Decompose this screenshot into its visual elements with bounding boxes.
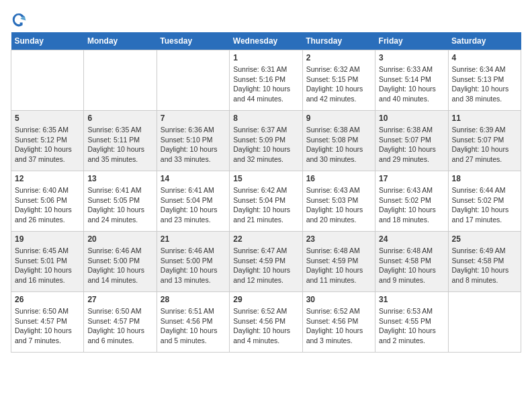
day-cell — [448, 292, 521, 353]
header-cell-wednesday: Wednesday — [230, 32, 302, 50]
day-info: Sunrise: 6:50 AM Sunset: 4:57 PM Dayligh… — [87, 306, 152, 346]
day-number: 1 — [233, 53, 298, 62]
day-number: 12 — [15, 174, 80, 183]
day-cell: 25Sunrise: 6:49 AM Sunset: 4:58 PM Dayli… — [448, 232, 521, 292]
header-row: SundayMondayTuesdayWednesdayThursdayFrid… — [11, 32, 521, 50]
logo-icon — [11, 11, 27, 27]
day-info: Sunrise: 6:46 AM Sunset: 5:00 PM Dayligh… — [87, 246, 152, 285]
calendar-body: 1Sunrise: 6:31 AM Sunset: 5:16 PM Daylig… — [11, 50, 521, 353]
week-row-2: 5Sunrise: 6:35 AM Sunset: 5:12 PM Daylig… — [11, 111, 521, 171]
day-info: Sunrise: 6:50 AM Sunset: 4:57 PM Dayligh… — [15, 306, 80, 346]
day-number: 16 — [306, 174, 371, 183]
header-cell-saturday: Saturday — [448, 32, 521, 50]
header-cell-friday: Friday — [375, 32, 448, 50]
day-info: Sunrise: 6:46 AM Sunset: 5:00 PM Dayligh… — [161, 246, 226, 285]
week-row-3: 12Sunrise: 6:40 AM Sunset: 5:06 PM Dayli… — [11, 171, 521, 232]
day-number: 19 — [15, 234, 80, 244]
day-cell: 29Sunrise: 6:52 AM Sunset: 4:56 PM Dayli… — [230, 292, 302, 353]
calendar-table: SundayMondayTuesdayWednesdayThursdayFrid… — [11, 32, 521, 353]
header-cell-thursday: Thursday — [302, 32, 375, 50]
day-info: Sunrise: 6:41 AM Sunset: 5:05 PM Dayligh… — [87, 185, 152, 225]
day-cell: 2Sunrise: 6:32 AM Sunset: 5:15 PM Daylig… — [302, 50, 375, 111]
day-info: Sunrise: 6:35 AM Sunset: 5:12 PM Dayligh… — [15, 125, 80, 165]
day-cell — [11, 50, 84, 111]
day-number: 31 — [379, 295, 444, 304]
day-number: 2 — [306, 53, 371, 62]
day-info: Sunrise: 6:42 AM Sunset: 5:04 PM Dayligh… — [233, 185, 298, 225]
day-info: Sunrise: 6:31 AM Sunset: 5:16 PM Dayligh… — [233, 64, 298, 104]
day-cell: 26Sunrise: 6:50 AM Sunset: 4:57 PM Dayli… — [11, 292, 84, 353]
day-info: Sunrise: 6:36 AM Sunset: 5:10 PM Dayligh… — [161, 125, 226, 165]
day-number: 4 — [452, 53, 517, 62]
day-info: Sunrise: 6:34 AM Sunset: 5:13 PM Dayligh… — [452, 64, 517, 104]
day-number: 26 — [15, 295, 80, 304]
day-cell: 3Sunrise: 6:33 AM Sunset: 5:14 PM Daylig… — [375, 50, 448, 111]
header-cell-tuesday: Tuesday — [157, 32, 229, 50]
day-cell: 9Sunrise: 6:38 AM Sunset: 5:08 PM Daylig… — [302, 111, 375, 171]
day-cell: 22Sunrise: 6:47 AM Sunset: 4:59 PM Dayli… — [230, 232, 302, 292]
day-cell: 17Sunrise: 6:43 AM Sunset: 5:02 PM Dayli… — [375, 171, 448, 232]
day-number: 17 — [379, 174, 444, 183]
day-number: 15 — [233, 174, 298, 183]
day-cell: 20Sunrise: 6:46 AM Sunset: 5:00 PM Dayli… — [84, 232, 157, 292]
calendar-header: SundayMondayTuesdayWednesdayThursdayFrid… — [11, 32, 521, 50]
day-cell: 30Sunrise: 6:52 AM Sunset: 4:56 PM Dayli… — [302, 292, 375, 353]
day-cell: 6Sunrise: 6:35 AM Sunset: 5:11 PM Daylig… — [84, 111, 157, 171]
day-cell: 16Sunrise: 6:43 AM Sunset: 5:03 PM Dayli… — [302, 171, 375, 232]
week-row-4: 19Sunrise: 6:45 AM Sunset: 5:01 PM Dayli… — [11, 232, 521, 292]
day-cell: 8Sunrise: 6:37 AM Sunset: 5:09 PM Daylig… — [230, 111, 302, 171]
day-number: 10 — [379, 113, 444, 123]
day-number: 29 — [233, 295, 298, 304]
day-number: 27 — [87, 295, 152, 304]
day-number: 21 — [161, 234, 226, 244]
day-cell: 7Sunrise: 6:36 AM Sunset: 5:10 PM Daylig… — [157, 111, 229, 171]
day-info: Sunrise: 6:53 AM Sunset: 4:55 PM Dayligh… — [379, 306, 444, 346]
day-cell: 10Sunrise: 6:38 AM Sunset: 5:07 PM Dayli… — [375, 111, 448, 171]
day-number: 5 — [15, 113, 80, 123]
day-info: Sunrise: 6:52 AM Sunset: 4:56 PM Dayligh… — [233, 306, 298, 346]
day-info: Sunrise: 6:38 AM Sunset: 5:07 PM Dayligh… — [379, 125, 444, 165]
header-cell-sunday: Sunday — [11, 32, 84, 50]
day-info: Sunrise: 6:40 AM Sunset: 5:06 PM Dayligh… — [15, 185, 80, 225]
day-cell: 1Sunrise: 6:31 AM Sunset: 5:16 PM Daylig… — [230, 50, 302, 111]
week-row-1: 1Sunrise: 6:31 AM Sunset: 5:16 PM Daylig… — [11, 50, 521, 111]
day-cell: 11Sunrise: 6:39 AM Sunset: 5:07 PM Dayli… — [448, 111, 521, 171]
header — [11, 11, 521, 27]
day-cell: 4Sunrise: 6:34 AM Sunset: 5:13 PM Daylig… — [448, 50, 521, 111]
day-cell: 21Sunrise: 6:46 AM Sunset: 5:00 PM Dayli… — [157, 232, 229, 292]
day-info: Sunrise: 6:47 AM Sunset: 4:59 PM Dayligh… — [233, 246, 298, 285]
day-number: 24 — [379, 234, 444, 244]
day-number: 30 — [306, 295, 371, 304]
day-info: Sunrise: 6:51 AM Sunset: 4:56 PM Dayligh… — [161, 306, 226, 346]
day-number: 20 — [87, 234, 152, 244]
day-number: 6 — [87, 113, 152, 123]
day-number: 13 — [87, 174, 152, 183]
day-info: Sunrise: 6:45 AM Sunset: 5:01 PM Dayligh… — [15, 246, 80, 285]
day-number: 14 — [161, 174, 226, 183]
day-info: Sunrise: 6:35 AM Sunset: 5:11 PM Dayligh… — [87, 125, 152, 165]
day-info: Sunrise: 6:37 AM Sunset: 5:09 PM Dayligh… — [233, 125, 298, 165]
day-cell: 27Sunrise: 6:50 AM Sunset: 4:57 PM Dayli… — [84, 292, 157, 353]
day-number: 25 — [452, 234, 517, 244]
day-cell: 28Sunrise: 6:51 AM Sunset: 4:56 PM Dayli… — [157, 292, 229, 353]
day-number: 9 — [306, 113, 371, 123]
day-info: Sunrise: 6:49 AM Sunset: 4:58 PM Dayligh… — [452, 246, 517, 285]
day-cell: 31Sunrise: 6:53 AM Sunset: 4:55 PM Dayli… — [375, 292, 448, 353]
day-cell: 19Sunrise: 6:45 AM Sunset: 5:01 PM Dayli… — [11, 232, 84, 292]
day-cell — [157, 50, 229, 111]
day-number: 3 — [379, 53, 444, 62]
header-cell-monday: Monday — [84, 32, 157, 50]
day-number: 8 — [233, 113, 298, 123]
day-cell: 18Sunrise: 6:44 AM Sunset: 5:02 PM Dayli… — [448, 171, 521, 232]
day-cell: 23Sunrise: 6:48 AM Sunset: 4:59 PM Dayli… — [302, 232, 375, 292]
day-number: 23 — [306, 234, 371, 244]
day-info: Sunrise: 6:48 AM Sunset: 4:58 PM Dayligh… — [379, 246, 444, 285]
day-info: Sunrise: 6:38 AM Sunset: 5:08 PM Dayligh… — [306, 125, 371, 165]
day-number: 11 — [452, 113, 517, 123]
day-info: Sunrise: 6:43 AM Sunset: 5:02 PM Dayligh… — [379, 185, 444, 225]
logo — [11, 11, 30, 27]
day-cell: 13Sunrise: 6:41 AM Sunset: 5:05 PM Dayli… — [84, 171, 157, 232]
day-number: 28 — [161, 295, 226, 304]
day-info: Sunrise: 6:44 AM Sunset: 5:02 PM Dayligh… — [452, 185, 517, 225]
day-info: Sunrise: 6:52 AM Sunset: 4:56 PM Dayligh… — [306, 306, 371, 346]
